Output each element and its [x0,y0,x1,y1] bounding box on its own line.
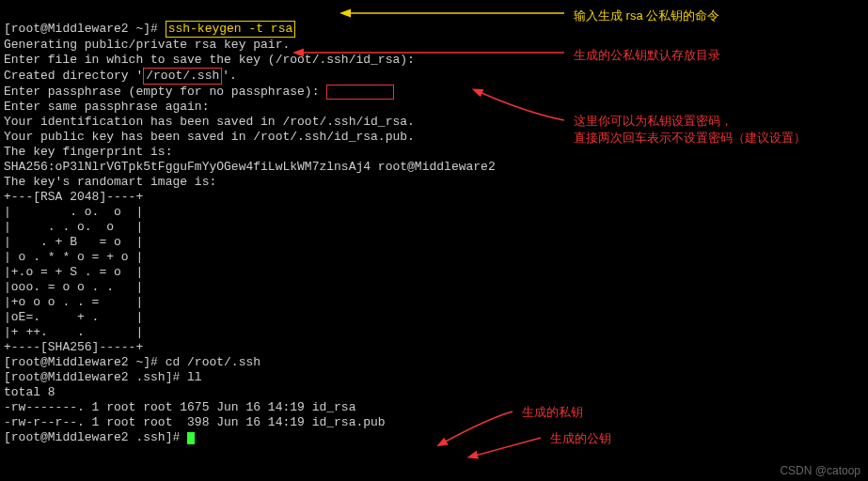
prompt-line[interactable]: [root@Middleware2 ~]# ssh-keygen -t rsa [4,22,295,36]
output-line: Your identification has been saved in /r… [4,115,415,129]
randomart-line: |+o o o . . = | [4,295,143,309]
randomart-line: |+ ++. . | [4,325,143,339]
output-line: Enter passphrase (empty for no passphras… [4,85,394,99]
randomart-line: |+.o = + S . = o | [4,265,143,279]
output-line: The key fingerprint is: [4,145,172,159]
ll-command: ll [187,370,202,384]
output-line: Created directory '/root/.ssh'. [4,69,237,83]
ssh-keygen-command: ssh-keygen -t rsa [166,21,296,38]
prompt: [root@Middleware2 ~]# [4,22,166,36]
annotation-private-key: 生成的私钥 [522,404,583,421]
prompt: [root@Middleware2 .ssh]# [4,370,187,384]
prompt: [root@Middleware2 ~]# [4,355,166,369]
prompt-line[interactable]: [root@Middleware2 ~]# cd /root/.ssh [4,355,260,369]
prompt-line[interactable]: [root@Middleware2 .ssh]# ll [4,370,202,384]
cursor [187,432,195,444]
passphrase-highlight [326,85,394,100]
randomart-line: | . + B = o | [4,235,143,249]
annotation-passphrase: 这里你可以为私钥设置密码， [574,113,733,130]
randomart-line: | . o. o | [4,205,143,219]
output-line: Your public key has been saved in /root/… [4,130,415,144]
output-line: total 8 [4,385,55,399]
randomart-line: | . . o. o | [4,220,143,234]
file-listing-private-key: -rw-------. 1 root root 1675 Jun 16 14:1… [4,400,355,414]
ssh-dir-highlight: /root/.ssh [143,68,222,85]
output-line: Generating public/private rsa key pair. [4,38,290,52]
file-listing-public-key: -rw-r--r--. 1 root root 398 Jun 16 14:19… [4,415,386,429]
annotation-directory: 生成的公私钥默认存放目录 [574,47,720,64]
randomart-line: |ooo. = o o . . | [4,280,143,294]
randomart-line: |oE=. + . | [4,310,143,324]
randomart-line: | o . * * o = + o | [4,250,143,264]
randomart-line: +---[RSA 2048]----+ [4,190,143,204]
annotation-passphrase-2: 直接两次回车表示不设置密码（建议设置） [574,130,806,147]
output-line: The key's randomart image is: [4,175,216,189]
annotation-public-key: 生成的公钥 [550,430,611,447]
cd-command: cd /root/.ssh [166,355,260,369]
output-line: Enter file in which to save the key (/ro… [4,53,415,67]
randomart-line: +----[SHA256]-----+ [4,340,143,354]
terminal-output: [root@Middleware2 ~]# ssh-keygen -t rsa … [0,0,868,451]
prompt-line[interactable]: [root@Middleware2 .ssh]# [4,430,195,444]
prompt: [root@Middleware2 .ssh]# [4,430,187,444]
annotation-command: 输入生成 rsa 公私钥的命令 [574,8,719,24]
watermark: CSDN @catoop [780,464,860,477]
output-line: Enter same passphrase again: [4,100,209,114]
output-line: SHA256:oP3lNlrVGTpk5tFgguFmYyOGew4fiLwLk… [4,160,496,174]
